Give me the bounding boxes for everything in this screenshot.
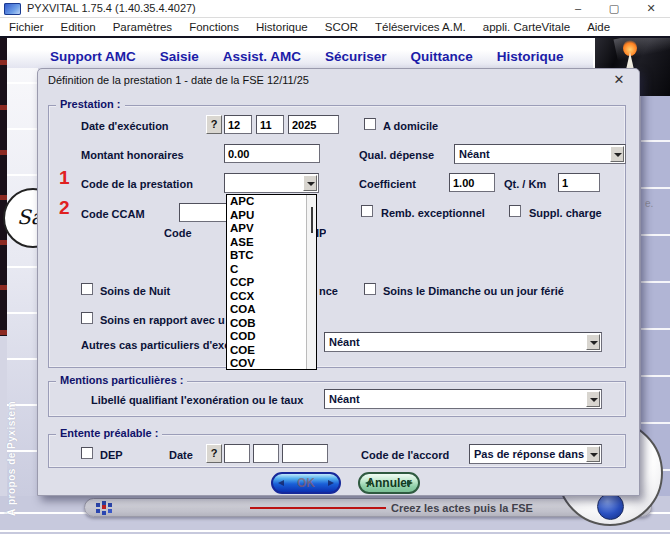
qual-depense-value: Néant <box>459 148 490 160</box>
autres-cas-label-fragment: Autres cas particuliers d'exo <box>81 339 227 351</box>
soins-nuit-label: Soins de Nuit <box>100 285 170 297</box>
date-month-field[interactable] <box>256 115 284 134</box>
soins-rapport-checkbox[interactable] <box>81 312 93 324</box>
annotation-marker-1: 1 <box>59 167 70 189</box>
compass-icon <box>96 503 100 507</box>
tab-assist-amc[interactable]: Assist. AMC <box>223 49 301 64</box>
code-option-apu[interactable]: APU <box>227 209 316 223</box>
entente-date-help-button[interactable]: ? <box>206 444 222 463</box>
menu-item-teleservices[interactable]: Téléservices A.M. <box>375 21 466 33</box>
code-option-c[interactable]: C <box>227 263 316 277</box>
status-message: Creez les actes puis la FSE <box>391 502 533 514</box>
dialog-close-icon[interactable]: ✕ <box>611 72 627 87</box>
tab-saisie[interactable]: Saisie <box>160 49 199 64</box>
entente-date-label: Date <box>169 449 193 461</box>
menubar: Fichier Edition Paramètres Fonctions His… <box>0 18 670 36</box>
ok-left-arrow-icon <box>278 480 284 486</box>
code-accord-value: Pas de réponse dans <box>474 448 584 460</box>
suppl-charge-label: Suppl. charge <box>529 207 602 219</box>
code-prestation-dropdown-list: APC APU APV ASE BTC C CCP CCX COA COB CO… <box>226 194 317 370</box>
qt-km-field[interactable] <box>558 173 600 192</box>
date-help-button[interactable]: ? <box>206 115 222 134</box>
code-option-coa[interactable]: COA <box>227 303 316 317</box>
tab-quittance[interactable]: Quittance <box>411 49 473 64</box>
minimize-icon[interactable]: – <box>570 1 586 16</box>
suppl-charge-checkbox[interactable] <box>509 205 521 217</box>
menu-item-fichier[interactable]: Fichier <box>9 21 44 33</box>
code-option-cob[interactable]: COB <box>227 317 316 331</box>
qual-depense-select[interactable]: Néant <box>454 144 626 164</box>
code-option-btc[interactable]: BTC <box>227 249 316 263</box>
remb-exceptionnel-checkbox[interactable] <box>361 205 373 217</box>
mentions-legend: Mentions particulières : <box>56 374 187 386</box>
dep-checkbox[interactable] <box>81 447 93 459</box>
montant-honoraires-field[interactable] <box>224 144 320 163</box>
app-window: PYXVITAL 1.75.4 (1.40.35.4.4027) – ▢ ✕ F… <box>0 0 670 534</box>
menu-item-parametres[interactable]: Paramètres <box>113 21 172 33</box>
code-ccam-label: Code CCAM <box>81 208 145 220</box>
a-domicile-checkbox[interactable] <box>364 118 376 130</box>
code-option-apc[interactable]: APC <box>227 195 316 209</box>
ok-right-arrow-icon <box>328 480 334 486</box>
qt-km-label: Qt. / Km <box>504 178 546 190</box>
code-accord-select[interactable]: Pas de réponse dans <box>469 444 602 464</box>
code-option-cod[interactable]: COD <box>227 330 316 344</box>
soins-rapport-label-fragment: Soins en rapport avec u <box>100 314 227 326</box>
libelle-exoneration-select[interactable]: Néant <box>324 389 602 409</box>
prestation-dialog: Définition de la prestation 1 - date de … <box>37 68 640 496</box>
code-option-ccp[interactable]: CCP <box>227 276 316 290</box>
entente-month-field[interactable] <box>253 444 279 463</box>
entente-legend: Entente préalable : <box>56 427 162 439</box>
soins-nuit-checkbox[interactable] <box>81 283 93 295</box>
menu-item-edition[interactable]: Edition <box>61 21 96 33</box>
cancel-left-arrow-icon <box>365 480 371 486</box>
soins-urgence-label-fragment: nce <box>319 285 338 297</box>
code-prestation-combobox[interactable] <box>224 173 319 193</box>
tab-historique[interactable]: Historique <box>497 49 564 64</box>
menu-item-historique[interactable]: Historique <box>256 21 308 33</box>
dep-label: DEP <box>100 449 123 461</box>
chevron-down-icon[interactable] <box>610 146 624 162</box>
dropdown-scrollbar-thumb[interactable] <box>311 207 313 233</box>
code-option-cov[interactable]: COV <box>227 357 316 371</box>
entente-day-field[interactable] <box>224 444 250 463</box>
cancel-button[interactable]: Annuler <box>358 472 420 494</box>
tab-securiser[interactable]: Sécuriser <box>325 49 387 64</box>
background-blue-sphere-button[interactable] <box>597 493 624 520</box>
menu-item-aide[interactable]: Aide <box>587 21 610 33</box>
code-option-apv[interactable]: APV <box>227 222 316 236</box>
chevron-down-icon[interactable] <box>303 175 317 191</box>
qual-depense-label: Qual. dépense <box>359 149 434 161</box>
left-photo-strip <box>0 38 7 336</box>
date-day-field[interactable] <box>224 115 252 134</box>
chevron-down-icon[interactable] <box>586 446 600 462</box>
window-title: PYXVITAL 1.75.4 (1.40.35.4.4027) <box>27 2 196 14</box>
cancel-button-label: Annuler <box>366 476 411 490</box>
entente-year-field[interactable] <box>282 444 328 463</box>
code-option-ccx[interactable]: CCX <box>227 290 316 304</box>
cancel-right-arrow-icon <box>407 480 413 486</box>
coefficient-field[interactable] <box>449 173 495 192</box>
close-icon[interactable]: ✕ <box>643 1 659 16</box>
menu-item-carte-vitale[interactable]: appli. CarteVitale <box>483 21 570 33</box>
hidden-label-fragment-right: IP <box>316 227 326 239</box>
autres-cas-select[interactable]: Néant <box>324 332 602 352</box>
prestation-legend: Prestation : <box>56 98 125 110</box>
chevron-down-icon[interactable] <box>586 391 600 407</box>
maximize-icon[interactable]: ▢ <box>606 1 622 16</box>
chevron-down-icon[interactable] <box>586 334 600 350</box>
menu-item-fonctions[interactable]: Fonctions <box>189 21 239 33</box>
libelle-exoneration-value: Néant <box>329 393 360 405</box>
date-year-field[interactable] <box>288 115 339 134</box>
code-option-ase[interactable]: ASE <box>227 236 316 250</box>
ok-button-label: OK <box>297 476 315 490</box>
menu-item-scor[interactable]: SCOR <box>325 21 358 33</box>
ok-button[interactable]: OK <box>271 472 341 494</box>
soins-dimanche-label: Soins le Dimanche ou un jour férié <box>383 285 564 297</box>
code-option-coe[interactable]: COE <box>227 344 316 358</box>
dropdown-scrollbar[interactable] <box>306 195 316 369</box>
tab-support-amc[interactable]: Support AMC <box>50 49 136 64</box>
background-text-fragment: e. <box>645 198 653 209</box>
hidden-label-fragment-left: Code <box>164 227 192 239</box>
soins-dimanche-checkbox[interactable] <box>364 283 376 295</box>
